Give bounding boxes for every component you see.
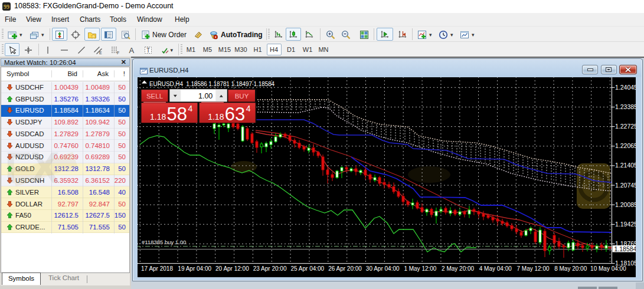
svg-text:1.18584: 1.18584	[614, 245, 636, 252]
svg-text:4: 4	[188, 104, 193, 113]
svg-text:1.22065: 1.22065	[615, 142, 636, 149]
svg-text:1.18: 1.18	[150, 112, 166, 121]
svg-text:A: A	[129, 46, 134, 55]
svg-text:EURUSD,H4 1.18586 1.18781 1.1: EURUSD,H4 1.18586 1.18781 1.18497 1.1858…	[149, 81, 275, 87]
svg-text:30 Apr 04:00: 30 Apr 04:00	[366, 265, 400, 272]
svg-text:1 May 12:00: 1 May 12:00	[404, 265, 436, 272]
svg-text:63: 63	[225, 104, 245, 124]
svg-text:26 Apr 20:00: 26 Apr 20:00	[328, 265, 362, 272]
svg-text:1.20085: 1.20085	[615, 201, 636, 208]
svg-text:1.18: 1.18	[208, 112, 224, 121]
svg-text:4: 4	[246, 104, 251, 113]
svg-text:1.20745: 1.20745	[615, 182, 636, 189]
svg-text:1.19425: 1.19425	[615, 221, 636, 228]
svg-text:17 Apr 2018: 17 Apr 2018	[141, 265, 173, 272]
svg-text:10 May 04:00: 10 May 04:00	[590, 265, 626, 272]
svg-text:20 Apr 12:00: 20 Apr 12:00	[215, 265, 249, 272]
svg-text:2 May 20:00: 2 May 20:00	[442, 265, 474, 272]
svg-text:25 Apr 04:00: 25 Apr 04:00	[290, 265, 324, 272]
svg-text:58: 58	[167, 104, 187, 124]
svg-text:BUY: BUY	[235, 93, 249, 100]
svg-text:1.23385: 1.23385	[615, 103, 636, 110]
svg-text:F: F	[117, 51, 119, 55]
svg-text:T: T	[146, 47, 150, 54]
svg-text:1.00: 1.00	[198, 92, 213, 100]
svg-text:7 May 12:00: 7 May 12:00	[516, 265, 549, 272]
svg-text:E: E	[99, 51, 102, 55]
svg-text:23 Apr 20:00: 23 Apr 20:00	[253, 265, 287, 272]
svg-text:19 Apr 04:00: 19 Apr 04:00	[178, 265, 211, 272]
svg-text:1.21405: 1.21405	[615, 162, 636, 169]
svg-text:99: 99	[4, 4, 9, 10]
svg-text:SELL: SELL	[146, 93, 164, 100]
svg-text:1.24045: 1.24045	[615, 84, 636, 91]
svg-text:#118385 buy 1.00: #118385 buy 1.00	[142, 239, 186, 245]
svg-text:4 May 04:00: 4 May 04:00	[479, 265, 512, 272]
svg-text:8 May 20:00: 8 May 20:00	[554, 265, 587, 272]
svg-text:1.22725: 1.22725	[615, 123, 636, 130]
